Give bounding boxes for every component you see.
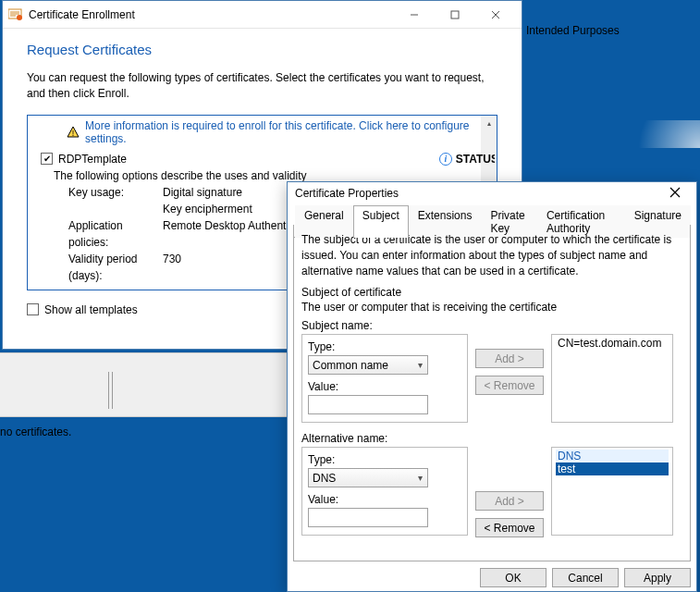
close-button[interactable] bbox=[661, 187, 689, 201]
apply-button[interactable]: Apply bbox=[624, 568, 691, 587]
subject-value-input[interactable] bbox=[308, 395, 428, 414]
ok-button[interactable]: OK bbox=[480, 568, 546, 587]
alt-list[interactable]: DNS test bbox=[551, 447, 673, 536]
svg-point-4 bbox=[17, 15, 22, 20]
background-status-text: no certificates. bbox=[0, 426, 71, 438]
subject-name-group: Type: Common name Value: bbox=[301, 334, 468, 423]
value-label: Value: bbox=[308, 380, 461, 393]
app-policies-label: Application policies: bbox=[54, 217, 163, 251]
show-all-label: Show all templates bbox=[44, 303, 138, 316]
alt-value-input[interactable] bbox=[308, 508, 428, 527]
list-item[interactable]: DNS bbox=[556, 450, 669, 462]
svg-text:!: ! bbox=[72, 129, 75, 138]
maximize-button[interactable] bbox=[435, 4, 475, 26]
template-row-rdp[interactable]: RDPTemplate i STATUS bbox=[30, 149, 495, 166]
splitter-handle[interactable] bbox=[108, 372, 113, 409]
subject-heading: Subject of certificate bbox=[301, 286, 682, 299]
page-title: Request Certificates bbox=[27, 42, 497, 57]
alternative-name-group: Type: DNS Value: bbox=[301, 447, 468, 536]
cancel-button[interactable]: Cancel bbox=[552, 568, 619, 587]
background-column-header: Intended Purposes bbox=[526, 24, 637, 41]
certificate-icon bbox=[8, 8, 23, 21]
list-item[interactable]: test bbox=[556, 462, 669, 475]
warning-icon: ! bbox=[67, 126, 80, 139]
alt-type-select[interactable]: DNS bbox=[308, 468, 428, 487]
alt-remove-button[interactable]: < Remove bbox=[475, 518, 544, 537]
validity-label: Validity period (days): bbox=[54, 251, 163, 284]
value-label: Value: bbox=[308, 493, 461, 506]
subject-remove-button[interactable]: < Remove bbox=[475, 376, 544, 395]
subject-type-select[interactable]: Common name bbox=[308, 355, 428, 375]
status-badge: i STATUS bbox=[439, 153, 495, 166]
titlebar[interactable]: Certificate Properties bbox=[288, 182, 696, 204]
tab-description: The subject of a certificate is the user… bbox=[301, 232, 682, 278]
minimize-button[interactable] bbox=[394, 4, 435, 26]
show-all-checkbox[interactable] bbox=[27, 303, 39, 315]
validity-value: 730 bbox=[163, 251, 181, 284]
tab-subject[interactable]: Subject bbox=[353, 205, 409, 238]
subject-list[interactable]: CN=test.domain.com bbox=[551, 334, 673, 423]
alternative-name-label: Alternative name: bbox=[301, 432, 682, 445]
intro-text: You can request the following types of c… bbox=[27, 70, 497, 102]
type-label: Type: bbox=[308, 453, 461, 466]
close-button[interactable] bbox=[475, 4, 516, 26]
subject-subheading: The user or computer that is receiving t… bbox=[301, 301, 682, 314]
app-policies-value: Remote Desktop Authent bbox=[163, 217, 286, 251]
list-item[interactable]: CN=test.domain.com bbox=[556, 337, 669, 350]
template-checkbox-rdp[interactable] bbox=[41, 153, 53, 165]
svg-rect-6 bbox=[451, 11, 459, 18]
certificate-properties-dialog: Certificate Properties General Subject E… bbox=[287, 181, 697, 592]
alt-add-button[interactable]: Add > bbox=[475, 491, 544, 511]
configure-settings-link[interactable]: More information is required to enroll f… bbox=[85, 119, 489, 145]
subject-name-label: Subject name: bbox=[301, 319, 682, 332]
titlebar[interactable]: Certificate Enrollment bbox=[3, 1, 522, 29]
window-title: Certificate Enrollment bbox=[29, 8, 135, 21]
info-icon: i bbox=[439, 153, 452, 166]
key-usage-value-2: Key encipherment bbox=[163, 201, 252, 217]
tab-panel-subject: The subject of a certificate is the user… bbox=[293, 225, 691, 561]
dialog-title: Certificate Properties bbox=[295, 187, 399, 200]
subject-add-button[interactable]: Add > bbox=[475, 349, 544, 368]
type-label: Type: bbox=[308, 340, 461, 353]
template-name: RDPTemplate bbox=[58, 153, 127, 166]
key-usage-label: Key usage: bbox=[54, 184, 163, 201]
key-usage-value: Digital signature bbox=[163, 184, 242, 201]
